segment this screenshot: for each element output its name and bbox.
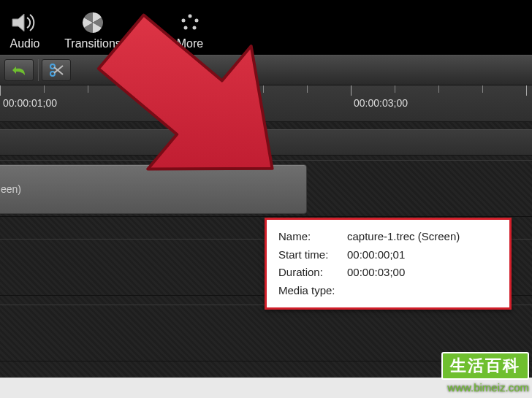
svg-point-3 bbox=[195, 19, 199, 23]
transitions-tab[interactable]: Transitions bbox=[60, 9, 126, 50]
ruler-time-1: 00:00:01;00 bbox=[3, 97, 57, 109]
tooltip-start-value: 00:00:00;01 bbox=[347, 247, 464, 264]
clip-capture-1[interactable]: een) bbox=[0, 164, 307, 214]
svg-point-5 bbox=[193, 26, 197, 30]
cut-button[interactable] bbox=[42, 59, 71, 81]
undo-icon bbox=[12, 64, 26, 76]
more-label: More bbox=[177, 37, 203, 50]
svg-point-1 bbox=[189, 15, 192, 18]
tooltip-name-key: Name: bbox=[278, 229, 346, 245]
tooltip-duration-value: 00:00:03;00 bbox=[347, 264, 464, 281]
svg-point-4 bbox=[184, 26, 188, 30]
svg-point-2 bbox=[182, 19, 186, 23]
media-toolbar: Audio Transitions bbox=[0, 0, 532, 55]
audio-label: Audio bbox=[10, 37, 40, 50]
tooltip-mediatype-value bbox=[347, 283, 464, 299]
tooltip-name-value: capture-1.trec (Screen) bbox=[347, 229, 464, 245]
svg-marker-0 bbox=[12, 14, 24, 31]
clip-label: een) bbox=[1, 183, 21, 195]
tooltip-mediatype-key: Media type: bbox=[278, 283, 346, 299]
ruler-time-3: 00:00:03;00 bbox=[354, 97, 408, 109]
audio-tab[interactable]: Audio bbox=[3, 9, 47, 50]
transitions-label: Transitions bbox=[64, 37, 121, 50]
watermark: 生活百科 www.bimeiz.com bbox=[441, 352, 529, 394]
pinwheel-icon bbox=[78, 9, 107, 36]
video-editor-screenshot: Audio Transitions bbox=[0, 0, 532, 398]
more-dots-icon bbox=[175, 9, 205, 36]
edit-toolbar bbox=[0, 55, 532, 85]
track-row-1[interactable]: een) bbox=[0, 160, 532, 217]
timeline-ruler[interactable]: 00:00:01;00 2;00 00:00:03;00 bbox=[0, 85, 532, 122]
more-tab[interactable]: More bbox=[168, 9, 212, 50]
tooltip-start-key: Start time: bbox=[278, 247, 346, 264]
undo-button[interactable] bbox=[4, 59, 34, 81]
tooltip-duration-key: Duration: bbox=[278, 264, 346, 281]
clip-info-tooltip: Name: capture-1.trec (Screen) Start time… bbox=[265, 218, 512, 310]
watermark-url: www.bimeiz.com bbox=[441, 381, 529, 394]
ruler-time-2: 2;00 bbox=[219, 97, 239, 109]
scissors-icon bbox=[49, 64, 64, 77]
track-header-strip bbox=[0, 129, 532, 156]
watermark-text-cn: 生活百科 bbox=[441, 352, 529, 380]
toolbar-separator bbox=[38, 59, 39, 81]
speaker-icon bbox=[10, 9, 39, 36]
